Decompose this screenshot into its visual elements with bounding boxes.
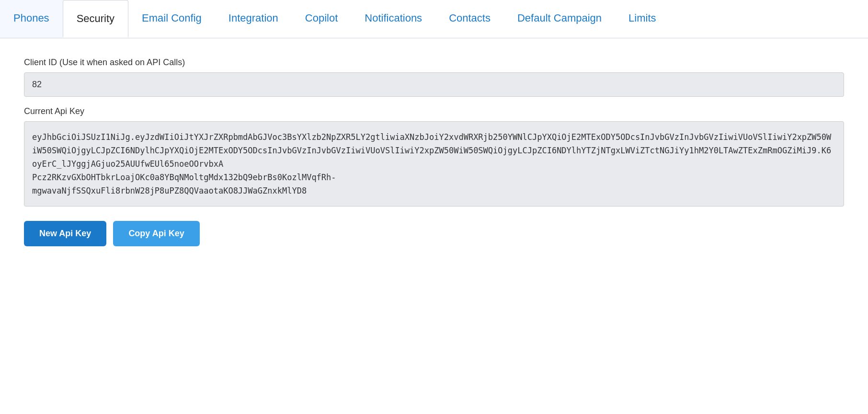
api-key-text: eyJhbGciOiJSUzI1NiJg.eyJzdWIiOiJtYXJrZXR… [32, 130, 836, 197]
tab-default-campaign[interactable]: Default Campaign [504, 0, 615, 38]
tab-email-config[interactable]: Email Config [128, 0, 215, 38]
content-area: Client ID (Use it when asked on API Call… [0, 38, 868, 414]
api-key-label: Current Api Key [24, 106, 844, 116]
tab-phones[interactable]: Phones [0, 0, 63, 38]
tab-copilot[interactable]: Copilot [292, 0, 351, 38]
tab-integration[interactable]: Integration [215, 0, 292, 38]
tabs-bar: PhonesSecurityEmail ConfigIntegrationCop… [0, 0, 868, 38]
copy-api-key-button[interactable]: Copy Api Key [113, 221, 199, 246]
api-key-box: eyJhbGciOiJSUzI1NiJg.eyJzdWIiOiJtYXJrZXR… [24, 121, 844, 207]
tab-notifications[interactable]: Notifications [351, 0, 435, 38]
new-api-key-button[interactable]: New Api Key [24, 221, 106, 246]
tab-contacts[interactable]: Contacts [435, 0, 504, 38]
tab-limits[interactable]: Limits [615, 0, 669, 38]
client-id-input[interactable]: 82 [24, 72, 844, 97]
client-id-label: Client ID (Use it when asked on API Call… [24, 58, 844, 68]
buttons-row: New Api Key Copy Api Key [24, 221, 844, 246]
tab-security[interactable]: Security [63, 0, 128, 38]
